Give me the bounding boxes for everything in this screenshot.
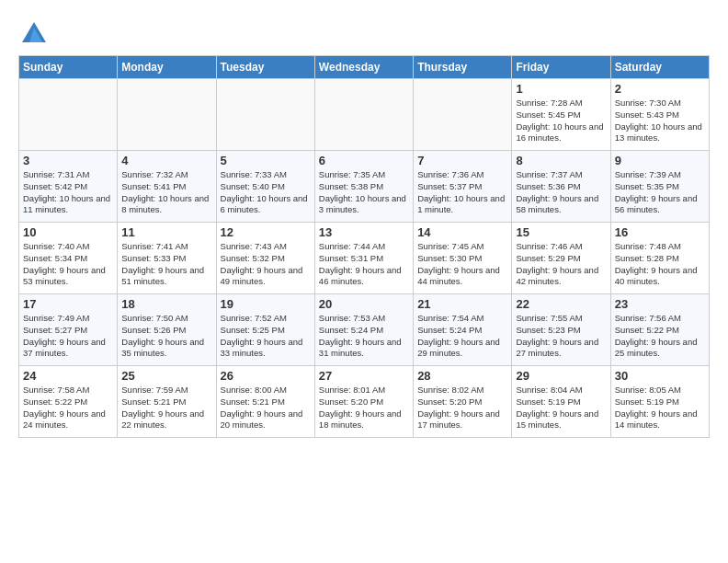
day-info: Sunrise: 7:30 AM Sunset: 5:43 PM Dayligh… [615,98,705,144]
calendar-cell: 18Sunrise: 7:50 AM Sunset: 5:26 PM Dayli… [118,294,216,366]
day-number: 3 [23,154,113,167]
day-info: Sunrise: 7:43 AM Sunset: 5:32 PM Dayligh… [221,241,311,288]
day-number: 27 [319,369,409,383]
day-number: 26 [221,369,311,383]
day-number: 1 [516,82,606,96]
calendar-cell: 9Sunrise: 7:39 AM Sunset: 5:35 PM Daylig… [610,151,709,223]
weekday-tuesday: Tuesday [216,56,314,79]
day-info: Sunrise: 7:54 AM Sunset: 5:24 PM Dayligh… [417,313,507,360]
calendar-cell [414,79,512,151]
calendar-cell: 26Sunrise: 8:00 AM Sunset: 5:21 PM Dayli… [216,366,314,438]
day-info: Sunrise: 7:46 AM Sunset: 5:29 PM Dayligh… [516,241,606,288]
calendar: SundayMondayTuesdayWednesdayThursdayFrid… [18,55,710,438]
calendar-cell: 1Sunrise: 7:28 AM Sunset: 5:45 PM Daylig… [512,79,610,151]
calendar-cell [314,79,413,151]
day-info: Sunrise: 8:01 AM Sunset: 5:20 PM Dayligh… [319,385,409,431]
calendar-cell [216,79,314,151]
calendar-cell: 16Sunrise: 7:48 AM Sunset: 5:28 PM Dayli… [610,223,709,294]
day-info: Sunrise: 7:45 AM Sunset: 5:30 PM Dayligh… [417,241,507,288]
day-info: Sunrise: 7:55 AM Sunset: 5:23 PM Dayligh… [516,313,606,360]
day-number: 21 [417,297,507,311]
calendar-cell: 3Sunrise: 7:31 AM Sunset: 5:42 PM Daylig… [19,151,118,223]
calendar-cell: 24Sunrise: 7:58 AM Sunset: 5:22 PM Dayli… [19,366,118,438]
calendar-cell: 11Sunrise: 7:41 AM Sunset: 5:33 PM Dayli… [118,223,216,294]
day-number: 28 [417,369,507,383]
day-number: 18 [121,297,211,311]
day-number: 7 [417,154,507,167]
day-info: Sunrise: 8:02 AM Sunset: 5:20 PM Dayligh… [417,385,507,431]
week-row-4: 24Sunrise: 7:58 AM Sunset: 5:22 PM Dayli… [19,366,710,438]
day-number: 30 [615,369,705,383]
day-number: 5 [221,154,311,167]
day-number: 13 [319,225,409,239]
day-info: Sunrise: 7:52 AM Sunset: 5:25 PM Dayligh… [221,313,311,360]
day-number: 6 [319,154,409,167]
day-info: Sunrise: 7:41 AM Sunset: 5:33 PM Dayligh… [121,241,211,288]
day-info: Sunrise: 7:59 AM Sunset: 5:21 PM Dayligh… [121,385,211,431]
calendar-cell: 28Sunrise: 8:02 AM Sunset: 5:20 PM Dayli… [414,366,512,438]
calendar-cell: 7Sunrise: 7:36 AM Sunset: 5:37 PM Daylig… [414,151,512,223]
calendar-cell: 12Sunrise: 7:43 AM Sunset: 5:32 PM Dayli… [216,223,314,294]
day-info: Sunrise: 7:36 AM Sunset: 5:37 PM Dayligh… [417,169,507,216]
day-info: Sunrise: 7:40 AM Sunset: 5:34 PM Dayligh… [23,241,113,288]
calendar-cell: 4Sunrise: 7:32 AM Sunset: 5:41 PM Daylig… [118,151,216,223]
calendar-cell: 23Sunrise: 7:56 AM Sunset: 5:22 PM Dayli… [610,294,709,366]
header [18,15,710,46]
weekday-friday: Friday [512,56,610,79]
day-number: 20 [319,297,409,311]
day-info: Sunrise: 7:50 AM Sunset: 5:26 PM Dayligh… [121,313,211,360]
calendar-cell: 6Sunrise: 7:35 AM Sunset: 5:38 PM Daylig… [314,151,413,223]
weekday-saturday: Saturday [610,56,709,79]
calendar-cell: 25Sunrise: 7:59 AM Sunset: 5:21 PM Dayli… [118,366,216,438]
day-info: Sunrise: 8:00 AM Sunset: 5:21 PM Dayligh… [221,385,311,431]
calendar-cell: 15Sunrise: 7:46 AM Sunset: 5:29 PM Dayli… [512,223,610,294]
calendar-cell: 17Sunrise: 7:49 AM Sunset: 5:27 PM Dayli… [19,294,118,366]
day-info: Sunrise: 7:53 AM Sunset: 5:24 PM Dayligh… [319,313,409,360]
week-row-1: 3Sunrise: 7:31 AM Sunset: 5:42 PM Daylig… [19,151,710,223]
weekday-thursday: Thursday [414,56,512,79]
day-info: Sunrise: 7:28 AM Sunset: 5:45 PM Dayligh… [516,98,606,144]
day-number: 29 [516,369,606,383]
day-number: 10 [23,225,113,239]
calendar-cell: 5Sunrise: 7:33 AM Sunset: 5:40 PM Daylig… [216,151,314,223]
day-info: Sunrise: 7:44 AM Sunset: 5:31 PM Dayligh… [319,241,409,288]
day-info: Sunrise: 7:31 AM Sunset: 5:42 PM Dayligh… [23,169,113,216]
day-number: 16 [615,225,705,239]
day-info: Sunrise: 7:32 AM Sunset: 5:41 PM Dayligh… [121,169,211,216]
day-number: 8 [516,154,606,167]
day-number: 25 [121,369,211,383]
day-info: Sunrise: 7:39 AM Sunset: 5:35 PM Dayligh… [615,169,705,216]
day-info: Sunrise: 7:35 AM Sunset: 5:38 PM Dayligh… [319,169,409,216]
calendar-cell: 30Sunrise: 8:05 AM Sunset: 5:19 PM Dayli… [610,366,709,438]
calendar-cell: 13Sunrise: 7:44 AM Sunset: 5:31 PM Dayli… [314,223,413,294]
calendar-cell: 19Sunrise: 7:52 AM Sunset: 5:25 PM Dayli… [216,294,314,366]
calendar-cell: 20Sunrise: 7:53 AM Sunset: 5:24 PM Dayli… [314,294,413,366]
calendar-cell: 14Sunrise: 7:45 AM Sunset: 5:30 PM Dayli… [414,223,512,294]
day-info: Sunrise: 7:58 AM Sunset: 5:22 PM Dayligh… [23,385,113,431]
day-number: 15 [516,225,606,239]
day-info: Sunrise: 7:49 AM Sunset: 5:27 PM Dayligh… [23,313,113,360]
day-number: 4 [121,154,211,167]
weekday-header-row: SundayMondayTuesdayWednesdayThursdayFrid… [19,56,710,79]
logo [18,18,48,46]
weekday-wednesday: Wednesday [314,56,413,79]
calendar-cell: 27Sunrise: 8:01 AM Sunset: 5:20 PM Dayli… [314,366,413,438]
day-number: 17 [23,297,113,311]
day-info: Sunrise: 7:33 AM Sunset: 5:40 PM Dayligh… [221,169,311,216]
weekday-sunday: Sunday [19,56,118,79]
day-number: 11 [121,225,211,239]
calendar-cell: 8Sunrise: 7:37 AM Sunset: 5:36 PM Daylig… [512,151,610,223]
calendar-cell [19,79,118,151]
day-info: Sunrise: 7:37 AM Sunset: 5:36 PM Dayligh… [516,169,606,216]
calendar-cell: 22Sunrise: 7:55 AM Sunset: 5:23 PM Dayli… [512,294,610,366]
day-number: 23 [615,297,705,311]
day-number: 19 [221,297,311,311]
day-info: Sunrise: 7:48 AM Sunset: 5:28 PM Dayligh… [615,241,705,288]
day-number: 9 [615,154,705,167]
day-info: Sunrise: 8:04 AM Sunset: 5:19 PM Dayligh… [516,385,606,431]
week-row-0: 1Sunrise: 7:28 AM Sunset: 5:45 PM Daylig… [19,79,710,151]
calendar-cell: 10Sunrise: 7:40 AM Sunset: 5:34 PM Dayli… [19,223,118,294]
page: SundayMondayTuesdayWednesdayThursdayFrid… [0,0,728,453]
week-row-3: 17Sunrise: 7:49 AM Sunset: 5:27 PM Dayli… [19,294,710,366]
day-info: Sunrise: 7:56 AM Sunset: 5:22 PM Dayligh… [615,313,705,360]
